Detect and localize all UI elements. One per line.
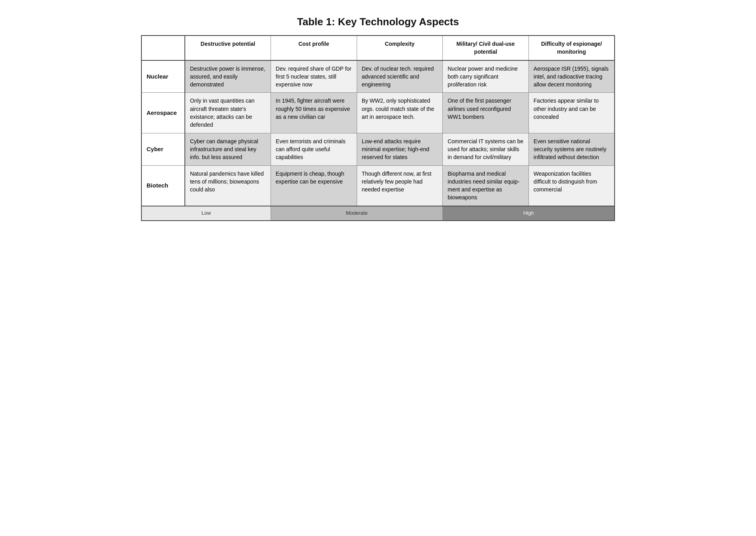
footer-high: High	[443, 206, 615, 221]
row-label-aerospace: Aerospace	[141, 93, 185, 133]
aerospace-destructive: Only in vast quan­tities can aircraft th…	[185, 93, 271, 133]
nuclear-destructive: Destructive power is immense, assured, a…	[185, 60, 271, 93]
aerospace-complexity: By WW2, only sophisticated orgs. could m…	[357, 93, 443, 133]
main-table: Destructive potential Cost profile Compl…	[141, 35, 615, 221]
aerospace-cost: In 1945, fighter aircraft were roughly 5…	[271, 93, 357, 133]
col-header-0	[141, 36, 185, 60]
row-label-biotech: Biotech	[141, 165, 185, 206]
nuclear-complexity: Dev. of nuclear tech. required advanced …	[357, 60, 443, 93]
row-label-cyber: Cyber	[141, 133, 185, 165]
cyber-dualuse: Commercial IT sys­tems can be used for a…	[443, 133, 529, 165]
nuclear-cost: Dev. required share of GDP for first 5 n…	[271, 60, 357, 93]
col-header-5: Difficulty of espionage/ monitoring	[528, 36, 615, 60]
col-header-1: Destructive potential	[185, 36, 271, 60]
biotech-complexity: Though different now, at first relativel…	[357, 165, 443, 206]
table-row-aerospace: Aerospace Only in vast quan­tities can a…	[141, 93, 615, 133]
biotech-espionage: Weaponization facilities difficult to di…	[528, 165, 615, 206]
footer-row: Low Moderate High	[141, 206, 615, 221]
aerospace-dualuse: One of the first passenger airlines used…	[443, 93, 529, 133]
cyber-destructive: Cyber can damage physical infrastruc­tur…	[185, 133, 271, 165]
cyber-cost: Even terrorists and criminals can afford…	[271, 133, 357, 165]
row-label-nuclear: Nuclear	[141, 60, 185, 93]
biotech-dualuse: Biopharma and medical industries need si…	[443, 165, 529, 206]
col-header-3: Complexity	[357, 36, 443, 60]
col-header-4: Military/ Civil dual-use potential	[443, 36, 529, 60]
footer-moderate: Moderate	[271, 206, 443, 221]
table-row-nuclear: Nuclear Destructive power is immense, as…	[141, 60, 615, 93]
table-row-biotech: Biotech Natural pandemics have killed te…	[141, 165, 615, 206]
aerospace-espionage: Factories appear similar to other indust…	[528, 93, 615, 133]
col-header-2: Cost profile	[271, 36, 357, 60]
table-title: Table 1: Key Technology Aspects	[141, 16, 615, 28]
nuclear-espionage: Aerospace ISR (1955), signals intel, and…	[528, 60, 615, 93]
header-row: Destructive potential Cost profile Compl…	[141, 36, 615, 60]
biotech-cost: Equipment is cheap, though expertise can…	[271, 165, 357, 206]
page-wrapper: Table 1: Key Technology Aspects Destruct…	[141, 16, 615, 221]
nuclear-dualuse: Nuclear power and medicine both carry si…	[443, 60, 529, 93]
cyber-complexity: Low-end attacks require minimal expertis…	[357, 133, 443, 165]
cyber-espionage: Even sensitive national security systems…	[528, 133, 615, 165]
biotech-destructive: Natural pandemics have killed tens of mi…	[185, 165, 271, 206]
footer-low: Low	[141, 206, 271, 221]
table-row-cyber: Cyber Cyber can damage physical infrastr…	[141, 133, 615, 165]
